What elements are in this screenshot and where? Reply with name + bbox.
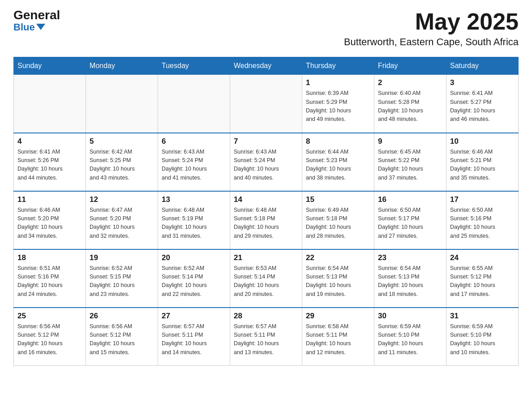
calendar-header-friday: Friday xyxy=(374,57,446,75)
calendar-cell: 2Sunrise: 6:40 AMSunset: 5:28 PMDaylight… xyxy=(374,75,446,133)
calendar-cell: 29Sunrise: 6:58 AMSunset: 5:11 PMDayligh… xyxy=(302,308,374,366)
logo: General Blue xyxy=(13,9,60,33)
calendar-cell: 6Sunrise: 6:43 AMSunset: 5:24 PMDaylight… xyxy=(158,133,230,191)
calendar-header-row: SundayMondayTuesdayWednesdayThursdayFrid… xyxy=(14,57,519,75)
day-info: Sunrise: 6:56 AMSunset: 5:12 PMDaylight:… xyxy=(17,322,82,357)
day-number: 6 xyxy=(162,137,226,146)
day-info: Sunrise: 6:52 AMSunset: 5:15 PMDaylight:… xyxy=(90,264,154,299)
calendar-cell: 10Sunrise: 6:46 AMSunset: 5:21 PMDayligh… xyxy=(446,133,519,191)
day-info: Sunrise: 6:47 AMSunset: 5:20 PMDaylight:… xyxy=(90,206,154,241)
day-number: 14 xyxy=(234,195,298,204)
day-number: 22 xyxy=(306,253,370,262)
calendar-cell: 19Sunrise: 6:52 AMSunset: 5:15 PMDayligh… xyxy=(86,249,158,308)
day-info: Sunrise: 6:49 AMSunset: 5:18 PMDaylight:… xyxy=(306,206,370,241)
calendar-cell: 3Sunrise: 6:41 AMSunset: 5:27 PMDaylight… xyxy=(446,75,519,133)
day-number: 2 xyxy=(378,78,442,87)
day-info: Sunrise: 6:55 AMSunset: 5:12 PMDaylight:… xyxy=(450,264,515,299)
calendar-cell xyxy=(230,75,302,133)
calendar-week-row: 18Sunrise: 6:51 AMSunset: 5:16 PMDayligh… xyxy=(14,249,519,308)
day-number: 25 xyxy=(17,312,82,321)
day-info: Sunrise: 6:44 AMSunset: 5:23 PMDaylight:… xyxy=(306,148,370,183)
day-number: 29 xyxy=(306,312,370,321)
calendar-header-monday: Monday xyxy=(86,57,158,75)
calendar-cell: 23Sunrise: 6:54 AMSunset: 5:13 PMDayligh… xyxy=(374,249,446,308)
day-number: 24 xyxy=(450,253,515,262)
day-number: 16 xyxy=(378,195,442,204)
calendar-cell xyxy=(14,75,86,133)
page-header: General Blue May 2025 Butterworth, Easte… xyxy=(13,9,519,48)
day-number: 8 xyxy=(306,137,370,146)
day-info: Sunrise: 6:48 AMSunset: 5:19 PMDaylight:… xyxy=(162,206,226,241)
day-info: Sunrise: 6:45 AMSunset: 5:22 PMDaylight:… xyxy=(378,148,442,183)
logo-triangle-icon xyxy=(36,24,45,30)
logo-blue-text: Blue xyxy=(13,21,45,33)
day-number: 7 xyxy=(234,137,298,146)
day-info: Sunrise: 6:41 AMSunset: 5:26 PMDaylight:… xyxy=(17,148,82,183)
calendar-cell: 25Sunrise: 6:56 AMSunset: 5:12 PMDayligh… xyxy=(14,308,86,366)
calendar-cell: 11Sunrise: 6:46 AMSunset: 5:20 PMDayligh… xyxy=(14,191,86,249)
calendar-cell: 16Sunrise: 6:50 AMSunset: 5:17 PMDayligh… xyxy=(374,191,446,249)
calendar-cell: 24Sunrise: 6:55 AMSunset: 5:12 PMDayligh… xyxy=(446,249,519,308)
day-number: 4 xyxy=(17,137,82,146)
calendar-cell: 12Sunrise: 6:47 AMSunset: 5:20 PMDayligh… xyxy=(86,191,158,249)
day-number: 15 xyxy=(306,195,370,204)
calendar-cell: 8Sunrise: 6:44 AMSunset: 5:23 PMDaylight… xyxy=(302,133,374,191)
day-number: 17 xyxy=(450,195,515,204)
calendar-table: SundayMondayTuesdayWednesdayThursdayFrid… xyxy=(13,57,519,366)
calendar-cell xyxy=(158,75,230,133)
day-number: 13 xyxy=(162,195,226,204)
calendar-cell: 4Sunrise: 6:41 AMSunset: 5:26 PMDaylight… xyxy=(14,133,86,191)
calendar-cell: 21Sunrise: 6:53 AMSunset: 5:14 PMDayligh… xyxy=(230,249,302,308)
calendar-week-row: 11Sunrise: 6:46 AMSunset: 5:20 PMDayligh… xyxy=(14,191,519,249)
day-number: 31 xyxy=(450,312,515,321)
day-number: 30 xyxy=(378,312,442,321)
day-info: Sunrise: 6:54 AMSunset: 5:13 PMDaylight:… xyxy=(378,264,442,299)
calendar-week-row: 1Sunrise: 6:39 AMSunset: 5:29 PMDaylight… xyxy=(14,75,519,133)
day-number: 26 xyxy=(90,312,154,321)
calendar-cell: 13Sunrise: 6:48 AMSunset: 5:19 PMDayligh… xyxy=(158,191,230,249)
calendar-cell: 20Sunrise: 6:52 AMSunset: 5:14 PMDayligh… xyxy=(158,249,230,308)
day-number: 18 xyxy=(17,253,82,262)
day-number: 19 xyxy=(90,253,154,262)
day-number: 23 xyxy=(378,253,442,262)
calendar-week-row: 25Sunrise: 6:56 AMSunset: 5:12 PMDayligh… xyxy=(14,308,519,366)
calendar-header-tuesday: Tuesday xyxy=(158,57,230,75)
calendar-cell: 9Sunrise: 6:45 AMSunset: 5:22 PMDaylight… xyxy=(374,133,446,191)
day-info: Sunrise: 6:56 AMSunset: 5:12 PMDaylight:… xyxy=(90,322,154,357)
day-info: Sunrise: 6:50 AMSunset: 5:16 PMDaylight:… xyxy=(450,206,515,241)
day-number: 10 xyxy=(450,137,515,146)
day-info: Sunrise: 6:48 AMSunset: 5:18 PMDaylight:… xyxy=(234,206,298,241)
calendar-header-wednesday: Wednesday xyxy=(230,57,302,75)
calendar-cell: 1Sunrise: 6:39 AMSunset: 5:29 PMDaylight… xyxy=(302,75,374,133)
day-number: 12 xyxy=(90,195,154,204)
calendar-cell: 22Sunrise: 6:54 AMSunset: 5:13 PMDayligh… xyxy=(302,249,374,308)
calendar-cell: 14Sunrise: 6:48 AMSunset: 5:18 PMDayligh… xyxy=(230,191,302,249)
day-number: 20 xyxy=(162,253,226,262)
day-info: Sunrise: 6:46 AMSunset: 5:21 PMDaylight:… xyxy=(450,148,515,183)
calendar-cell: 31Sunrise: 6:59 AMSunset: 5:10 PMDayligh… xyxy=(446,308,519,366)
day-number: 9 xyxy=(378,137,442,146)
day-info: Sunrise: 6:50 AMSunset: 5:17 PMDaylight:… xyxy=(378,206,442,241)
day-number: 3 xyxy=(450,78,515,87)
calendar-cell: 27Sunrise: 6:57 AMSunset: 5:11 PMDayligh… xyxy=(158,308,230,366)
logo-general-text: General xyxy=(13,9,60,21)
day-number: 21 xyxy=(234,253,298,262)
day-info: Sunrise: 6:41 AMSunset: 5:27 PMDaylight:… xyxy=(450,89,515,124)
calendar-cell: 15Sunrise: 6:49 AMSunset: 5:18 PMDayligh… xyxy=(302,191,374,249)
day-info: Sunrise: 6:40 AMSunset: 5:28 PMDaylight:… xyxy=(378,89,442,124)
calendar-cell: 17Sunrise: 6:50 AMSunset: 5:16 PMDayligh… xyxy=(446,191,519,249)
day-info: Sunrise: 6:51 AMSunset: 5:16 PMDaylight:… xyxy=(17,264,82,299)
calendar-week-row: 4Sunrise: 6:41 AMSunset: 5:26 PMDaylight… xyxy=(14,133,519,191)
day-info: Sunrise: 6:42 AMSunset: 5:25 PMDaylight:… xyxy=(90,148,154,183)
day-info: Sunrise: 6:58 AMSunset: 5:11 PMDaylight:… xyxy=(306,322,370,357)
day-info: Sunrise: 6:59 AMSunset: 5:10 PMDaylight:… xyxy=(378,322,442,357)
day-info: Sunrise: 6:57 AMSunset: 5:11 PMDaylight:… xyxy=(162,322,226,357)
day-number: 28 xyxy=(234,312,298,321)
day-number: 27 xyxy=(162,312,226,321)
day-info: Sunrise: 6:39 AMSunset: 5:29 PMDaylight:… xyxy=(306,89,370,124)
calendar-cell: 26Sunrise: 6:56 AMSunset: 5:12 PMDayligh… xyxy=(86,308,158,366)
day-info: Sunrise: 6:59 AMSunset: 5:10 PMDaylight:… xyxy=(450,322,515,357)
calendar-cell: 18Sunrise: 6:51 AMSunset: 5:16 PMDayligh… xyxy=(14,249,86,308)
day-info: Sunrise: 6:53 AMSunset: 5:14 PMDaylight:… xyxy=(234,264,298,299)
calendar-cell: 5Sunrise: 6:42 AMSunset: 5:25 PMDaylight… xyxy=(86,133,158,191)
